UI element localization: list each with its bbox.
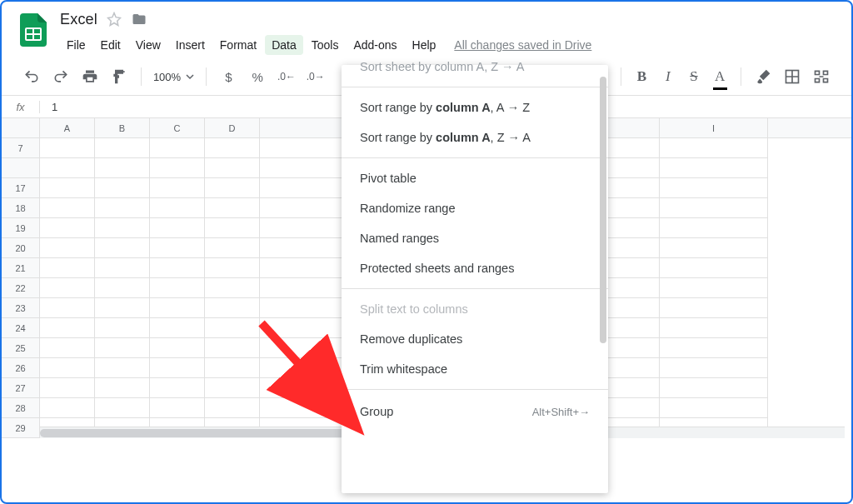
row-header[interactable]: 29 [2,418,40,438]
cell[interactable] [205,358,260,378]
cell[interactable] [205,198,260,218]
strikethrough-button[interactable]: S [685,65,702,88]
paint-format-button[interactable] [108,65,129,88]
cell[interactable] [660,178,768,198]
cell[interactable] [40,398,95,418]
select-all-corner[interactable] [2,118,40,137]
cell[interactable] [205,218,260,238]
cell[interactable] [95,198,150,218]
cell[interactable] [150,278,205,298]
zoom-select[interactable]: 100% [153,71,194,83]
cell[interactable] [95,338,150,358]
cell[interactable] [150,338,205,358]
menu-help[interactable]: Help [406,35,443,55]
row-header[interactable]: 19 [2,218,40,238]
format-percent-button[interactable]: % [247,65,268,88]
cell[interactable] [205,398,260,418]
cell[interactable] [150,178,205,198]
cell[interactable] [40,358,95,378]
cell[interactable] [40,198,95,218]
row-header[interactable]: 17 [2,178,40,198]
cell[interactable] [660,358,768,378]
redo-button[interactable] [51,65,72,88]
row-header[interactable]: 22 [2,278,40,298]
cell[interactable] [95,158,150,178]
cell[interactable] [40,218,95,238]
cell[interactable] [205,278,260,298]
cell[interactable] [205,378,260,398]
undo-button[interactable] [22,65,42,88]
menu-named-ranges[interactable]: Named ranges [342,223,608,253]
row-header[interactable]: 21 [2,258,40,278]
move-folder-icon[interactable] [131,11,147,27]
cell[interactable] [660,278,768,298]
cell[interactable] [660,138,768,158]
save-status[interactable]: All changes saved in Drive [454,38,591,52]
cell[interactable] [205,158,260,178]
text-color-button[interactable]: A [711,65,729,88]
cell[interactable] [40,378,95,398]
col-header[interactable]: A [40,118,95,137]
row-header[interactable]: 24 [2,318,40,338]
cell[interactable] [660,398,768,418]
cell[interactable] [95,378,150,398]
merge-cells-button[interactable] [811,65,831,88]
italic-button[interactable]: I [659,65,676,88]
cell[interactable] [205,178,260,198]
row-header[interactable]: 20 [2,238,40,258]
menu-data[interactable]: Data [265,35,303,55]
cell[interactable] [95,358,150,378]
cell[interactable] [95,318,150,338]
cell[interactable] [660,238,768,258]
col-header[interactable]: B [95,118,150,137]
cell[interactable] [150,158,205,178]
fill-color-button[interactable] [753,65,774,88]
menu-remove-duplicates[interactable]: Remove duplicates [342,324,608,354]
menu-randomize-range[interactable]: Randomize range [342,193,608,223]
cell[interactable] [150,238,205,258]
scroll-thumb[interactable] [40,429,390,437]
cell[interactable] [205,298,260,318]
dropdown-scroll-thumb[interactable] [600,77,606,343]
document-title[interactable]: Excel [60,11,97,28]
cell[interactable] [205,338,260,358]
cell[interactable] [150,378,205,398]
star-icon[interactable] [106,11,122,27]
menu-trim-whitespace[interactable]: Trim whitespace [342,354,608,384]
menu-pivot-table[interactable]: Pivot table [342,163,608,193]
cell[interactable] [660,318,768,338]
cell[interactable] [660,258,768,278]
cell[interactable] [660,218,768,238]
menu-protected-sheets[interactable]: Protected sheets and ranges [342,253,608,283]
row-header[interactable] [2,158,40,178]
cell[interactable] [205,318,260,338]
menu-group[interactable]: Group Alt+Shift+→ [342,395,608,422]
menu-edit[interactable]: Edit [94,35,127,55]
sheets-logo[interactable] [17,13,50,47]
cell[interactable] [95,238,150,258]
cell[interactable] [95,138,150,158]
menu-file[interactable]: File [60,35,92,55]
cell[interactable] [150,198,205,218]
cell[interactable] [205,238,260,258]
cell[interactable] [205,258,260,278]
menu-addons[interactable]: Add-ons [347,35,403,55]
format-currency-button[interactable]: $ [218,65,239,88]
cell[interactable] [40,258,95,278]
menu-insert[interactable]: Insert [169,35,212,55]
cell[interactable] [95,298,150,318]
cell[interactable] [95,178,150,198]
row-header[interactable]: 26 [2,358,40,378]
col-header[interactable]: I [660,118,768,137]
cell[interactable] [660,378,768,398]
cell[interactable] [95,218,150,238]
cell[interactable] [150,138,205,158]
dropdown-scrollbar[interactable] [600,68,606,478]
cell[interactable] [660,198,768,218]
cell[interactable] [150,358,205,378]
cell[interactable] [205,138,260,158]
cell[interactable] [150,218,205,238]
row-header[interactable]: 7 [2,138,40,158]
col-header[interactable]: D [205,118,260,137]
cell[interactable] [150,318,205,338]
